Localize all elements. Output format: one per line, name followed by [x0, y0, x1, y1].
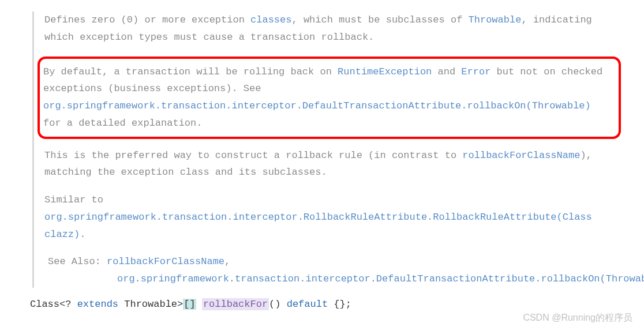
keyword-default: default	[287, 299, 328, 310]
method-name-highlight: rollbackFor	[202, 298, 269, 310]
link-runtimeexception[interactable]: RuntimeException	[338, 66, 432, 77]
javadoc-container: Defines zero (0) or more exception class…	[32, 12, 644, 288]
code-text: ()	[269, 299, 287, 310]
paragraph-3: This is the preferred way to construct a…	[44, 147, 621, 182]
link-rollbackforclassname[interactable]: rollbackForClassName	[462, 150, 580, 161]
code-text: Throwable>	[118, 299, 183, 310]
text: and	[432, 66, 461, 77]
text: This is the preferred way to construct a…	[44, 150, 462, 161]
text: for a detailed explanation.	[43, 118, 202, 129]
see-also-link-defaulttransactionattribute[interactable]: org.springframework.transaction.intercep…	[48, 270, 621, 288]
watermark: CSDN @Running的程序员	[523, 310, 632, 326]
highlight-box: By default, a transaction will be rollin…	[38, 57, 621, 139]
keyword-extends: extends	[77, 299, 118, 310]
text: .	[80, 229, 85, 240]
text: By default, a transaction will be rollin…	[43, 66, 338, 77]
see-also-block: See Also: rollbackForClassName, org.spri…	[44, 253, 621, 288]
paragraph-4: Similar to org.springframework.transacti…	[44, 191, 621, 243]
link-throwable[interactable]: Throwable	[469, 14, 522, 25]
see-also-label: See Also:	[48, 256, 107, 267]
link-classes[interactable]: classes	[250, 14, 291, 25]
link-rollbackruleattribute[interactable]: org.springframework.transaction.intercep…	[44, 212, 592, 240]
text: , which must be subclasses of	[291, 14, 468, 25]
paragraph-2: By default, a transaction will be rollin…	[43, 63, 613, 132]
link-defaulttransactionattribute[interactable]: org.springframework.transaction.intercep…	[43, 100, 591, 111]
link-error[interactable]: Error	[461, 66, 491, 77]
see-also-link-rollbackforclassname[interactable]: rollbackForClassName	[107, 256, 224, 267]
code-text: {};	[328, 299, 351, 310]
separator: ,	[224, 256, 230, 267]
code-text: Class<?	[30, 299, 77, 310]
paragraph-1: Defines zero (0) or more exception class…	[44, 12, 621, 46]
text: Similar to	[44, 194, 103, 205]
code-text	[196, 299, 202, 310]
text: Defines zero (0) or more exception	[44, 14, 250, 25]
array-brackets-highlight: []	[183, 299, 196, 310]
